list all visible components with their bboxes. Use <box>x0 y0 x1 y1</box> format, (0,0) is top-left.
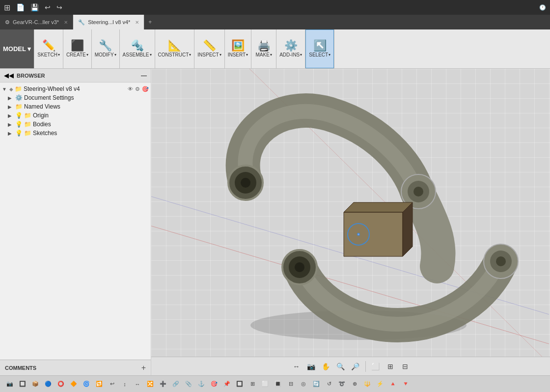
insert-label: INSERT ▾ <box>228 52 248 57</box>
bottom-icon-20[interactable]: ⊞ <box>247 378 258 390</box>
tree-toggle-origin[interactable]: ▶ <box>8 113 14 118</box>
addins-group: ⚙️ ADD-INS ▾ <box>276 29 305 68</box>
tree-item-root[interactable]: ▼ ◆ 📁 Steering-Wheel v8 v4 👁 ⚙ 🎯 <box>0 84 151 93</box>
bottom-icon-27[interactable]: ➰ <box>336 378 348 390</box>
bottom-icon-30[interactable]: ⚡ <box>374 378 386 390</box>
model-dropdown-button[interactable]: MODEL ▾ <box>0 29 34 68</box>
tree-item-bodies[interactable]: ▶ 💡 📁 Bodies <box>0 120 151 129</box>
create-button[interactable]: ⬛ CREATE ▾ <box>63 29 91 68</box>
bottom-icon-4[interactable]: 🔵 <box>42 378 54 390</box>
bottom-icon-17[interactable]: 🎯 <box>208 378 220 390</box>
bottom-icon-10[interactable]: ↕ <box>119 378 131 390</box>
bottom-icon-23[interactable]: ⊟ <box>285 378 297 390</box>
assemble-button[interactable]: 🔩 ASSEMBLE ▾ <box>120 29 155 68</box>
select-label: SELECT ▾ <box>309 52 330 57</box>
bottom-icon-19[interactable]: 🔲 <box>234 378 246 390</box>
tab-close-steering[interactable]: ✕ <box>135 20 139 25</box>
redo-icon[interactable]: ↪ <box>56 3 62 11</box>
bottom-icon-7[interactable]: 🌀 <box>81 378 92 390</box>
bottom-icon-14[interactable]: 🔗 <box>170 378 182 390</box>
pan-icon[interactable]: ↔ <box>290 360 303 373</box>
bottom-icon-32[interactable]: 🔻 <box>400 378 412 390</box>
bottom-icon-5[interactable]: ⭕ <box>55 378 67 390</box>
zoom-fit-icon[interactable]: 🔎 <box>349 360 362 373</box>
tab-icon-gearVR: ⚙ <box>5 19 10 26</box>
tree-item-origin[interactable]: ▶ 💡 📁 Origin <box>0 111 151 120</box>
addins-button[interactable]: ⚙️ ADD-INS ▾ <box>276 29 305 68</box>
bottom-icon-11[interactable]: ↔ <box>132 378 143 390</box>
select-group: ↖️ SELECT ▾ <box>305 29 334 68</box>
bottom-icon-24[interactable]: ◎ <box>298 378 309 390</box>
zoom-in-icon[interactable]: 🔍 <box>334 360 347 373</box>
comments-label: COMMENTS <box>5 365 36 371</box>
bottom-icon-26[interactable]: ↺ <box>323 378 335 390</box>
target-icon-root[interactable]: 🎯 <box>142 86 149 92</box>
bottom-icon-15[interactable]: 📎 <box>183 378 194 390</box>
tab-close-gearVR[interactable]: ✕ <box>64 20 68 25</box>
browser-collapse-icon[interactable]: ◀◀ <box>4 72 14 79</box>
bottom-icon-18[interactable]: 📌 <box>221 378 233 390</box>
make-button[interactable]: 🖨️ MAKE ▾ <box>251 29 276 68</box>
folder-icon-origin: 📁 <box>24 112 31 119</box>
tree-toggle-doc[interactable]: ▶ <box>8 95 14 101</box>
construct-button[interactable]: 📐 CONSTRUCT ▾ <box>155 29 194 68</box>
tree-toggle-bodies[interactable]: ▶ <box>8 122 14 127</box>
bottom-icon-3[interactable]: 📦 <box>29 378 41 390</box>
grid-icon[interactable]: ⊞ <box>384 360 397 373</box>
browser-minimize-icon[interactable]: — <box>141 72 147 79</box>
inspect-button[interactable]: 📏 INSPECT ▾ <box>194 29 224 68</box>
bottom-icon-2[interactable]: 🔲 <box>17 378 28 390</box>
sketch-button[interactable]: ✏️ SKETCH ▾ <box>34 29 63 68</box>
insert-icon: 🖼️ <box>231 40 245 51</box>
tree-item-named-views[interactable]: ▶ 📁 Named Views <box>0 102 151 111</box>
browser-title: BROWSER <box>17 73 138 79</box>
eye-icon[interactable]: 👁 <box>128 86 133 92</box>
bottom-icon-31[interactable]: 🔺 <box>387 378 399 390</box>
bulb-icon-origin: 💡 <box>15 112 23 119</box>
display-mode-icon[interactable]: ⬜ <box>369 360 382 373</box>
comments-bar: COMMENTS + <box>0 360 151 375</box>
tree-extra-root: 👁 ⚙ 🎯 <box>128 86 149 92</box>
bottom-icon-28[interactable]: ⊕ <box>349 378 360 390</box>
select-button[interactable]: ↖️ SELECT ▾ <box>305 29 334 68</box>
view-options-icon[interactable]: ⊟ <box>399 360 412 373</box>
tab-gearVR[interactable]: ⚙ GearVR-C...ller v3* ✕ <box>0 15 73 29</box>
viewport[interactable]: ↔ 📷 ✋ 🔍 🔎 ⬜ ⊞ ⊟ <box>151 69 550 375</box>
inspect-icon: 📏 <box>203 40 216 51</box>
tree-label-sketches: Sketches <box>33 130 57 137</box>
model-label: MODEL ▾ <box>3 45 31 53</box>
tab-add-button[interactable]: + <box>144 15 156 29</box>
bottom-icon-6[interactable]: 🔶 <box>68 378 80 390</box>
bottom-icon-29[interactable]: 🔱 <box>361 378 373 390</box>
comments-add-button[interactable]: + <box>141 364 146 372</box>
tree-toggle-root[interactable]: ▼ <box>2 86 8 92</box>
bottom-icon-1[interactable]: 📷 <box>4 378 16 390</box>
file-menu-icon[interactable]: 📄 <box>16 3 25 11</box>
tree-item-doc-settings[interactable]: ▶ ⚙️ Document Settings <box>0 93 151 102</box>
bottom-icon-16[interactable]: ⚓ <box>195 378 207 390</box>
folder-icon-named-views: 📁 <box>15 103 23 110</box>
bottom-icon-12[interactable]: 🔀 <box>144 378 156 390</box>
modify-button[interactable]: 🔧 MODIFY ▾ <box>92 29 119 68</box>
bottom-icon-13[interactable]: ➕ <box>157 378 169 390</box>
bottom-icon-8[interactable]: 🔁 <box>93 378 105 390</box>
save-icon[interactable]: 💾 <box>30 3 39 11</box>
bottom-icon-22[interactable]: 🔳 <box>272 378 284 390</box>
construct-group: 📐 CONSTRUCT ▾ <box>155 29 195 68</box>
settings-icon-root[interactable]: ⚙ <box>135 86 140 92</box>
bottom-icon-21[interactable]: ⬜ <box>259 378 271 390</box>
create-group: ⬛ CREATE ▾ <box>63 29 92 68</box>
tree-toggle-named-views[interactable]: ▶ <box>8 104 14 110</box>
undo-icon[interactable]: ↩ <box>45 3 51 11</box>
bottom-icon-25[interactable]: 🔄 <box>310 378 322 390</box>
tree-toggle-sketches[interactable]: ▶ <box>8 131 14 136</box>
assemble-label: ASSEMBLE ▾ <box>123 52 152 57</box>
bottom-icon-9[interactable]: ↩ <box>106 378 118 390</box>
grid-background <box>151 69 550 375</box>
tab-steering[interactable]: 🔧 Steering...l v8 v4* ✕ <box>73 15 144 29</box>
viewport-bottom-toolbar: ↔ 📷 ✋ 🔍 🔎 ⬜ ⊞ ⊟ <box>151 357 550 375</box>
insert-button[interactable]: 🖼️ INSERT ▾ <box>225 29 251 68</box>
tree-item-sketches[interactable]: ▶ 💡 📁 Sketches <box>0 129 151 138</box>
hand-icon[interactable]: ✋ <box>320 360 332 373</box>
camera-icon[interactable]: 📷 <box>305 360 318 373</box>
